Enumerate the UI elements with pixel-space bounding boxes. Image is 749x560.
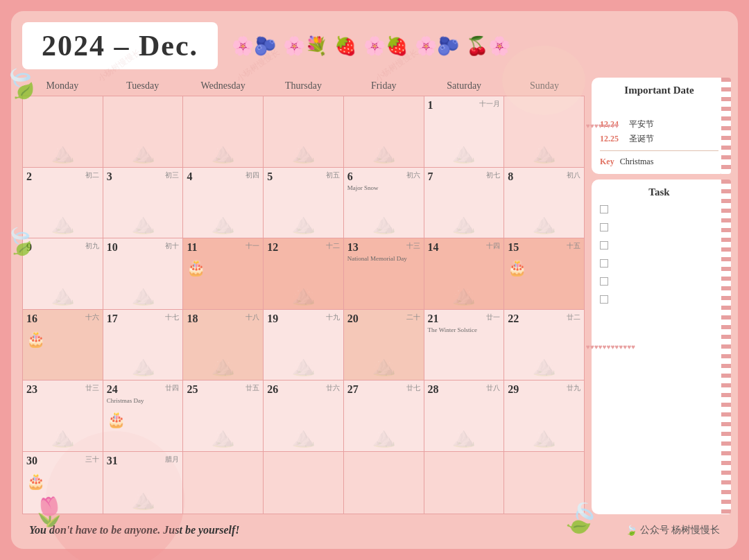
date-1: 1: [428, 99, 433, 111]
calendar-grid: ⛰️ ⛰️ ⛰️ ⛰️ ⛰️ 1 十一月 ⛰️ ⛰️ 2 初二 ⛰️: [22, 96, 585, 514]
footer-leaf-icon: 🍃: [626, 525, 637, 536]
cell-dec-28: 28 廿八 ⛰️: [424, 380, 505, 452]
cell-dec-14: 14 十四 ⛰️: [424, 238, 505, 310]
cell-dec-23: 23 廿三 ⛰️: [23, 380, 103, 452]
fruit3: 🍓: [334, 35, 356, 57]
cell-dec-11: 11 十一 🎂: [183, 238, 264, 310]
day-wednesday: Wednesday: [183, 78, 264, 94]
cake-icon-24: 🎂: [107, 411, 180, 429]
day-friday: Friday: [343, 78, 424, 94]
fruit-decorations: 🌸🫐 🌸💐 🍓 🌸🍓 🌸🫐 🍒🌸: [232, 35, 510, 57]
cell-dec-12: 12 十二 ⛰️: [264, 238, 344, 310]
cell-empty-1: ⛰️: [23, 96, 103, 168]
day-saturday: Saturday: [424, 78, 504, 94]
cell-dec-27: 27 廿七 ⛰️: [344, 380, 424, 452]
fruit2: 🌸💐: [283, 35, 327, 57]
cell-dec-10: 10 初十 ⛰️: [103, 238, 184, 310]
fruit5: 🌸🫐: [415, 35, 459, 57]
important-date-box: ♥♥♥♥♥♥♥♥ Important Date 12.24 平安节 12.25 …: [592, 78, 727, 174]
cell-dec-24: 24 廿四 Christmas Day 🎂: [103, 380, 184, 452]
cake-icon-16: 🎂: [26, 331, 99, 349]
cell-dec-17: 17 十七 ⛰️: [103, 310, 184, 381]
header: 2024 – Dec. 🌸🫐 🌸💐 🍓 🌸🍓 🌸🫐 🍒🌸: [22, 22, 727, 69]
hearts-left-2: ♥♥♥♥♥♥♥♥♥♥♥♥: [586, 180, 635, 514]
event-christmas-day: Christmas Day: [107, 397, 180, 405]
cell-dec-7: 7 初七 ⛰️: [424, 168, 505, 239]
cell-dec-2: 2 初二 ⛰️: [23, 168, 103, 239]
lunar-1: 十一月: [479, 99, 500, 109]
hearts-left: ♥♥♥♥♥♥♥♥: [586, 78, 619, 174]
calendar-title: 2024 – Dec.: [22, 22, 218, 69]
main-container: 🍃 🍃 🌷 🍃 2024 – Dec. 🌸🫐 🌸💐 🍓 🌸🍓 🌸🫐 🍒🌸 小杨树…: [11, 11, 738, 549]
cell-dec-3: 3 初三 ⛰️: [103, 168, 184, 239]
cell-empty-5: ⛰️: [344, 96, 424, 168]
task-box: ♥♥♥♥♥♥♥♥♥♥♥♥ Task: [592, 180, 727, 514]
cell-dec-13: 13 十三 National Memorial Day: [344, 238, 424, 310]
cake-icon-11: 🎂: [187, 259, 259, 277]
cell-empty-r6-3: [183, 452, 264, 514]
event-winter-solstice: The Winter Solstice: [428, 326, 501, 335]
cell-empty-r6-4: [264, 452, 344, 514]
date-1224-name: 平安节: [629, 119, 654, 130]
cell-dec-21: 21 廿一 The Winter Solstice: [424, 310, 505, 381]
tulip-decor: 🌷: [32, 496, 67, 528]
cell-dec-1: 1 十一月 ⛰️: [424, 96, 505, 168]
day-tuesday: Tuesday: [103, 78, 183, 94]
cell-dec-19: 19 十九 ⛰️: [264, 310, 344, 381]
sidebar: ♥♥♥♥♥♥♥♥ Important Date 12.24 平安节 12.25 …: [592, 78, 727, 514]
cake-icon-15: 🎂: [508, 259, 580, 277]
footer-watermark: 🍃 公众号 杨树慢慢长: [626, 524, 721, 536]
fruit6: 🍒🌸: [466, 35, 510, 57]
event-national: National Memorial Day: [347, 255, 420, 263]
date-1225-name: 圣诞节: [629, 133, 654, 145]
day-headers: Monday Tuesday Wednesday Thursday Friday…: [22, 78, 585, 94]
cell-empty-6: ⛰️: [504, 96, 585, 168]
cell-dec-8: 8 初八 ⛰️: [504, 168, 585, 239]
cell-dec-25: 25 廿五 ⛰️: [183, 380, 264, 452]
cell-dec-16: 16 十六 🎂: [23, 310, 103, 381]
cell-dec-6: 6 初六 Major Snow ⛰️: [344, 168, 424, 239]
cell-dec-22: 22 廿二 ⛰️: [504, 310, 585, 381]
day-thursday: Thursday: [264, 78, 344, 94]
footer-brand: 公众号 杨树慢慢长: [640, 524, 721, 536]
fruit1: 🌸🫐: [232, 35, 276, 57]
cell-empty-r6-6: [424, 452, 505, 514]
cell-dec-29: 29 廿九 ⛰️: [504, 380, 585, 452]
cell-dec-4: 4 初四 ⛰️: [183, 168, 264, 239]
title-text: 2024 – Dec.: [42, 30, 198, 62]
cell-dec-20: 20 二十 ⛰️: [344, 310, 424, 381]
cell-empty-2: ⛰️: [103, 96, 184, 168]
cell-empty-3: ⛰️: [183, 96, 264, 168]
calendar-area: Monday Tuesday Wednesday Thursday Friday…: [22, 78, 585, 514]
cell-dec-18: 18 十八 ⛰️: [183, 310, 264, 381]
event-major-snow: Major Snow: [347, 184, 420, 193]
cell-empty-4: ⛰️: [264, 96, 344, 168]
cell-dec-5: 5 初五 ⛰️: [264, 168, 344, 239]
cell-dec-31: 31 腊月 ⛰️: [103, 452, 184, 514]
content-row: Monday Tuesday Wednesday Thursday Friday…: [22, 78, 727, 514]
key-value: Christmas: [620, 157, 654, 167]
cell-dec-15: 15 十五 🎂: [504, 238, 585, 310]
cell-dec-26: 26 廿六 ⛰️: [264, 380, 344, 452]
cell-empty-r6-5: [344, 452, 424, 514]
cake-icon-30: 🎂: [26, 473, 99, 491]
fruit4: 🌸🍓: [363, 35, 408, 57]
